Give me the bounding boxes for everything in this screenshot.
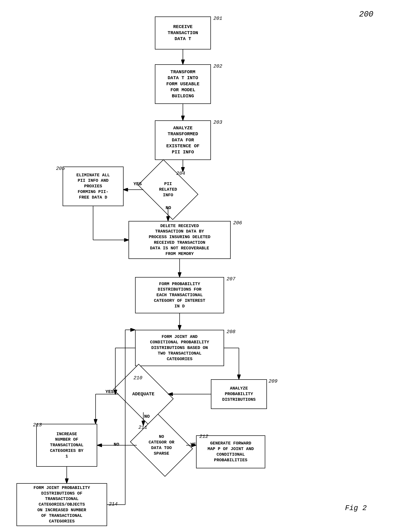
node-209: ANALYZE PROBABILITY DISTRIBUTIONS [211, 379, 267, 409]
ref-212: 212 [199, 434, 208, 439]
ref-208: 208 [227, 329, 236, 335]
ref-211: 211 [138, 425, 147, 430]
node-214: FORM JOINT PROBABILITY DISTRIBUTIONS OF … [17, 483, 107, 526]
node-212: GENERATE FORWARD MAP P OF JOINT AND COND… [196, 435, 265, 468]
ref-206: 206 [233, 220, 242, 226]
node-206: DELETE RECEIVED TRANSACTION DATA BY PROC… [129, 221, 231, 259]
no-label-211: NO [114, 442, 119, 447]
node-204: PII RELATED INFO [143, 171, 193, 208]
fig-label: Fig 2 [345, 504, 367, 512]
ref-214: 214 [109, 501, 118, 507]
flowchart-diagram: 200 RECEIVE TRANSACTION DATA T 201 TRANS… [0, 0, 403, 532]
node-202: TRANSFORM DATA T INTO FORM USEABLE FOR M… [155, 64, 211, 104]
ref-202: 202 [213, 63, 222, 69]
node-201: RECEIVE TRANSACTION DATA T [155, 17, 211, 50]
node-213: INCREASE NUMBER OF TRANSACTIONAL CATEGOR… [36, 424, 97, 467]
node-203: ANALYZE TRANSFORMED DATA FOR EXISTENCE O… [155, 120, 211, 160]
node-210: ADEQUATE [119, 376, 168, 412]
yes-label-210: YES [105, 389, 114, 394]
ref-210: 210 [133, 375, 142, 381]
node-205: ELIMINATE ALL PII INFO AND PROXIES FORMI… [63, 167, 124, 206]
ref-207: 207 [227, 276, 236, 282]
ref-213: 213 [33, 422, 42, 428]
no-label-204: NO [166, 205, 171, 210]
ref-203: 203 [213, 120, 222, 125]
diagram-ref-200: 200 [359, 10, 373, 19]
ref-201: 201 [213, 16, 222, 21]
node-211: NO CATEGOR OR DATA TOO SPARSE [137, 425, 186, 465]
ref-205: 205 [56, 166, 65, 171]
node-207: FORM PROBABILITY DISTRIBUTIONS FOR EACH … [135, 277, 224, 313]
yes-label-204: YES [133, 181, 142, 187]
ref-209: 209 [269, 379, 278, 384]
no-label-210: NO [144, 414, 150, 419]
ref-204: 204 [176, 171, 185, 176]
node-208: FORM JOINT AND CONDITIONAL PROBABILITY D… [135, 330, 224, 366]
